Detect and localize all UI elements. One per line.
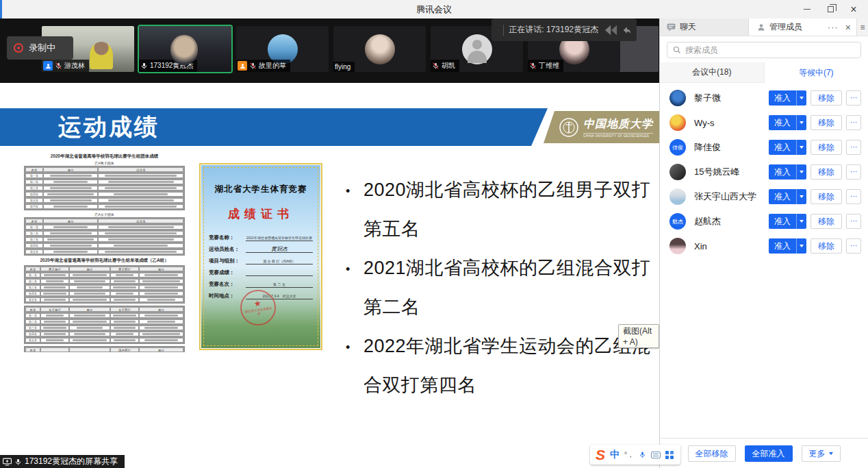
cert-rank: 第 二 名 [246,282,313,288]
admit-dropdown[interactable] [796,115,806,130]
team-results-title: 2020年湖北省普通高等学校羽毛球比赛学生组团体成绩 [24,153,185,160]
university-emblem-icon [559,117,579,138]
sidebar-header: 聊天 管理成员 ··· × ≡ [660,19,868,36]
team-women-table: 名次单位运动员 第一名 第二名 第三名 第四名 第五名 [24,217,185,256]
caret-down-icon [829,452,833,455]
admit-dropdown[interactable] [796,164,806,180]
participant-name: 游茂林 [64,61,85,71]
tab-waiting[interactable]: 等候中(7) [765,62,868,83]
admit-dropdown[interactable] [796,214,806,229]
member-row: 张天宇山西大学 准入 移除 ··· [660,184,868,209]
minimize-icon [804,9,810,10]
search-area [660,36,868,62]
remove-button[interactable]: 移除 [810,164,842,180]
ime-language-icon[interactable]: 中 [610,449,620,461]
video-tile[interactable]: 故里的草 [236,26,329,72]
avatar [669,164,686,180]
caret-down-icon [800,195,804,198]
footer-more-button[interactable]: 更多 [802,445,841,462]
close-button[interactable]: × [842,0,865,19]
bullet-item: •2022年湖北省学生运动会的乙组混合双打第四名 [346,327,658,405]
tab-chat-label: 聊天 [680,21,696,33]
share-bar-label: 173192黄冠杰的屏幕共享 [25,456,118,467]
video-tile-speaking[interactable]: 173192黄冠杰 [139,26,231,72]
row-more-button[interactable]: ··· [846,90,861,106]
admit-dropdown[interactable] [796,90,806,106]
remove-button[interactable]: 移除 [810,140,842,155]
admit-button[interactable]: 准入 [769,214,806,229]
tab-in-meeting[interactable]: 会议中(18) [660,62,765,83]
admit-button[interactable]: 准入 [769,140,806,155]
admit-dropdown[interactable] [796,189,806,204]
singles-men-table: 名次男子单打单位男子双打单位 第一名 第二名 第三名 第四名 第五名 [24,265,185,304]
video-tile[interactable]: flying [333,26,426,72]
participant-name: 故里的草 [259,61,286,71]
caret-down-icon [800,97,804,99]
ime-mic-icon[interactable] [639,450,646,459]
admit-button[interactable]: 准入 [769,238,806,254]
panel-menu-icon[interactable]: ≡ [856,19,868,36]
avatar [365,34,395,64]
tab-manage-members[interactable]: 管理成员 ··· × [749,19,856,36]
row-more-button[interactable]: ··· [846,238,861,254]
remove-button[interactable]: 移除 [810,115,842,130]
mic-muted-icon [498,25,499,35]
back-arrow-icon[interactable] [622,24,633,36]
avatar [669,188,686,205]
ime-punctuation-icon[interactable]: °， [624,450,634,460]
admit-dropdown[interactable] [796,238,806,254]
panel-more-icon[interactable]: ··· [828,22,839,32]
panel-close-icon[interactable]: × [845,22,851,33]
mic-muted-icon [432,62,439,70]
ime-toolbox-icon[interactable] [665,451,674,459]
screenshot-tooltip: 截图(Alt + A) [618,324,659,348]
admit-button[interactable]: 准入 [769,90,806,106]
certificate-org: 湖北省大学生体育竞赛 [207,184,314,195]
team-men-subtitle: 乙A男子团体 [24,161,185,165]
bullet-icon: • [346,327,363,405]
restore-button[interactable] [819,0,842,19]
admit-dropdown[interactable] [796,140,806,155]
team-men-table: 名次单位运动员 第一名 第二名 第三名 第四名 第五名 第六名 [24,166,185,210]
row-more-button[interactable]: ··· [846,115,861,130]
member-name: 赵航杰 [694,215,769,227]
avatar [669,90,686,106]
remove-button[interactable]: 移除 [810,189,842,204]
star-icon: ★ [253,299,261,307]
host-badge-icon [43,61,53,71]
row-more-button[interactable]: ··· [846,214,861,229]
bullet-item: •2020湖北省高校杯的乙组男子双打第五名 [346,171,658,249]
recording-label: 录制中 [29,42,55,54]
ime-keyboard-icon[interactable] [651,452,661,458]
cert-competition-name: 2021年湖北省普通高等学校学生羽毛球比赛 [246,235,313,241]
row-more-button[interactable]: ··· [846,164,861,180]
row-more-button[interactable]: ··· [846,189,861,204]
mic-muted-icon [55,62,62,70]
admit-all-button[interactable]: 全部准入 [745,445,793,462]
remove-button[interactable]: 移除 [810,90,842,106]
university-banner: 中国地质大学 CHINA UNIVERSITY OF GEOSCIENCES [544,111,659,143]
member-row: 15号姚云峰 准入 移除 ··· [660,160,868,184]
remove-button[interactable]: 移除 [810,214,842,229]
speaking-banner: 正在讲话: 173192黄冠杰 [492,19,637,41]
row-more-button[interactable]: ··· [846,140,861,155]
member-name: 张天宇山西大学 [694,190,769,203]
record-dot-icon [14,43,23,53]
member-name: 黎子微 [694,92,769,104]
sogou-logo-icon[interactable]: S [596,447,605,462]
remove-all-button[interactable]: 全部移除 [688,445,736,462]
admit-button[interactable]: 准入 [769,115,806,130]
admit-button[interactable]: 准入 [769,189,806,204]
mic-icon [14,458,22,466]
singles-results-title: 2020年湖北省普通高等学校羽毛球比赛学生组单项成绩（乙A组） [24,258,185,264]
prev-page-icon[interactable] [604,24,619,36]
tab-chat[interactable]: 聊天 [660,19,749,36]
cert-athlete-name: 黄冠杰 [246,247,313,253]
search-box[interactable] [667,42,861,58]
search-input[interactable] [685,45,855,55]
titlebar: 腾讯会议 × [0,0,868,19]
remove-button[interactable]: 移除 [810,238,842,254]
minimize-button[interactable] [795,0,819,19]
achievement-bullets: •2020湖北省高校杯的乙组男子双打第五名 •2021湖北省高校杯的乙组混合双打… [346,171,658,405]
admit-button[interactable]: 准入 [769,164,806,180]
